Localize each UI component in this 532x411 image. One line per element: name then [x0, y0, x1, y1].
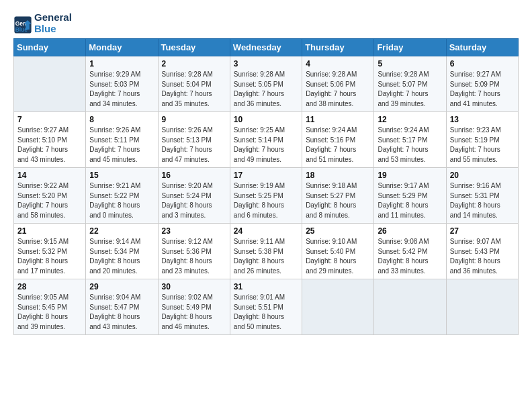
calendar-cell — [302, 279, 374, 335]
day-info: Sunrise: 9:20 AMSunset: 5:24 PMDaylight:… — [162, 181, 226, 220]
day-number: 26 — [378, 226, 442, 236]
week-row-3: 14Sunrise: 9:22 AMSunset: 5:20 PMDayligh… — [14, 168, 519, 224]
day-number: 22 — [89, 226, 154, 236]
day-info: Sunrise: 9:14 AMSunset: 5:34 PMDaylight:… — [89, 237, 154, 276]
day-number: 3 — [234, 59, 298, 68]
calendar-cell: 5Sunrise: 9:28 AMSunset: 5:07 PMDaylight… — [374, 56, 446, 112]
calendar-cell: 17Sunrise: 9:19 AMSunset: 5:25 PMDayligh… — [230, 168, 302, 224]
day-number: 18 — [306, 171, 370, 180]
day-number: 12 — [378, 115, 442, 124]
calendar-cell: 19Sunrise: 9:17 AMSunset: 5:29 PMDayligh… — [374, 168, 446, 224]
calendar-cell: 30Sunrise: 9:02 AMSunset: 5:49 PMDayligh… — [158, 279, 230, 335]
calendar-cell: 22Sunrise: 9:14 AMSunset: 5:34 PMDayligh… — [86, 224, 158, 279]
day-number: 14 — [17, 171, 82, 180]
day-number: 28 — [17, 282, 82, 291]
day-number: 5 — [378, 59, 442, 68]
calendar-cell: 11Sunrise: 9:24 AMSunset: 5:16 PMDayligh… — [302, 112, 374, 168]
day-info: Sunrise: 9:27 AMSunset: 5:10 PMDaylight:… — [17, 126, 82, 165]
calendar-table: SundayMondayTuesdayWednesdayThursdayFrid… — [13, 38, 519, 335]
day-number: 31 — [234, 282, 298, 291]
day-number: 2 — [162, 59, 226, 68]
header: Gen Blue General Blue — [13, 12, 519, 34]
day-number: 8 — [89, 115, 154, 124]
day-number: 9 — [162, 115, 226, 124]
calendar-cell: 23Sunrise: 9:12 AMSunset: 5:36 PMDayligh… — [158, 224, 230, 279]
day-info: Sunrise: 9:17 AMSunset: 5:29 PMDaylight:… — [378, 181, 442, 220]
calendar-cell: 14Sunrise: 9:22 AMSunset: 5:20 PMDayligh… — [14, 168, 86, 224]
calendar-cell: 7Sunrise: 9:27 AMSunset: 5:10 PMDaylight… — [14, 112, 86, 168]
day-number: 23 — [162, 226, 226, 236]
day-info: Sunrise: 9:24 AMSunset: 5:17 PMDaylight:… — [378, 126, 442, 165]
day-info: Sunrise: 9:05 AMSunset: 5:45 PMDaylight:… — [17, 293, 82, 332]
logo-line2: Blue — [34, 24, 72, 35]
day-info: Sunrise: 9:01 AMSunset: 5:51 PMDaylight:… — [234, 293, 298, 332]
week-row-2: 7Sunrise: 9:27 AMSunset: 5:10 PMDaylight… — [14, 112, 519, 168]
logo-icon: Gen Blue — [13, 15, 32, 34]
calendar-cell: 1Sunrise: 9:29 AMSunset: 5:03 PMDaylight… — [86, 56, 158, 112]
day-number: 4 — [306, 59, 370, 68]
calendar-cell: 28Sunrise: 9:05 AMSunset: 5:45 PMDayligh… — [14, 279, 86, 335]
calendar-cell — [14, 56, 86, 112]
logo: Gen Blue General Blue — [13, 12, 72, 34]
day-header-wednesday: Wednesday — [230, 39, 302, 56]
day-number: 27 — [450, 226, 515, 236]
day-number: 24 — [234, 226, 298, 236]
day-header-friday: Friday — [374, 39, 446, 56]
day-number: 10 — [234, 115, 298, 124]
calendar-cell: 26Sunrise: 9:08 AMSunset: 5:42 PMDayligh… — [374, 224, 446, 279]
calendar-cell: 25Sunrise: 9:10 AMSunset: 5:40 PMDayligh… — [302, 224, 374, 279]
day-info: Sunrise: 9:27 AMSunset: 5:09 PMDaylight:… — [450, 70, 515, 109]
week-row-4: 21Sunrise: 9:15 AMSunset: 5:32 PMDayligh… — [14, 224, 519, 279]
calendar-cell: 20Sunrise: 9:16 AMSunset: 5:31 PMDayligh… — [446, 168, 518, 224]
day-number: 7 — [17, 115, 82, 124]
day-number: 25 — [306, 226, 370, 236]
day-number: 11 — [306, 115, 370, 124]
day-info: Sunrise: 9:21 AMSunset: 5:22 PMDaylight:… — [89, 181, 154, 220]
calendar-cell: 31Sunrise: 9:01 AMSunset: 5:51 PMDayligh… — [230, 279, 302, 335]
day-info: Sunrise: 9:04 AMSunset: 5:47 PMDaylight:… — [89, 293, 154, 332]
day-info: Sunrise: 9:19 AMSunset: 5:25 PMDaylight:… — [234, 181, 298, 220]
calendar-cell: 8Sunrise: 9:26 AMSunset: 5:11 PMDaylight… — [86, 112, 158, 168]
calendar-cell: 2Sunrise: 9:28 AMSunset: 5:04 PMDaylight… — [158, 56, 230, 112]
calendar-cell — [446, 279, 518, 335]
day-info: Sunrise: 9:10 AMSunset: 5:40 PMDaylight:… — [306, 237, 370, 276]
day-number: 30 — [162, 282, 226, 291]
day-info: Sunrise: 9:22 AMSunset: 5:20 PMDaylight:… — [17, 181, 82, 220]
calendar-header-row: SundayMondayTuesdayWednesdayThursdayFrid… — [14, 39, 519, 56]
page: Gen Blue General Blue SundayMondayTuesda… — [0, 0, 532, 411]
calendar-cell: 21Sunrise: 9:15 AMSunset: 5:32 PMDayligh… — [14, 224, 86, 279]
day-header-thursday: Thursday — [302, 39, 374, 56]
day-info: Sunrise: 9:26 AMSunset: 5:11 PMDaylight:… — [89, 126, 154, 165]
day-info: Sunrise: 9:07 AMSunset: 5:43 PMDaylight:… — [450, 237, 515, 276]
day-number: 13 — [450, 115, 515, 124]
day-header-monday: Monday — [86, 39, 158, 56]
day-info: Sunrise: 9:15 AMSunset: 5:32 PMDaylight:… — [17, 237, 82, 276]
calendar-cell: 13Sunrise: 9:23 AMSunset: 5:19 PMDayligh… — [446, 112, 518, 168]
day-info: Sunrise: 9:29 AMSunset: 5:03 PMDaylight:… — [89, 70, 154, 109]
calendar-cell: 4Sunrise: 9:28 AMSunset: 5:06 PMDaylight… — [302, 56, 374, 112]
day-number: 17 — [234, 171, 298, 180]
day-info: Sunrise: 9:28 AMSunset: 5:06 PMDaylight:… — [306, 70, 370, 109]
day-info: Sunrise: 9:23 AMSunset: 5:19 PMDaylight:… — [450, 126, 515, 165]
day-number: 6 — [450, 59, 515, 68]
calendar-cell: 10Sunrise: 9:25 AMSunset: 5:14 PMDayligh… — [230, 112, 302, 168]
calendar-cell: 27Sunrise: 9:07 AMSunset: 5:43 PMDayligh… — [446, 224, 518, 279]
day-info: Sunrise: 9:18 AMSunset: 5:27 PMDaylight:… — [306, 181, 370, 220]
calendar-cell: 24Sunrise: 9:11 AMSunset: 5:38 PMDayligh… — [230, 224, 302, 279]
day-info: Sunrise: 9:16 AMSunset: 5:31 PMDaylight:… — [450, 181, 515, 220]
calendar-cell: 16Sunrise: 9:20 AMSunset: 5:24 PMDayligh… — [158, 168, 230, 224]
day-info: Sunrise: 9:08 AMSunset: 5:42 PMDaylight:… — [378, 237, 442, 276]
day-header-saturday: Saturday — [446, 39, 518, 56]
day-header-tuesday: Tuesday — [158, 39, 230, 56]
calendar-cell: 9Sunrise: 9:26 AMSunset: 5:13 PMDaylight… — [158, 112, 230, 168]
day-info: Sunrise: 9:28 AMSunset: 5:04 PMDaylight:… — [162, 70, 226, 109]
calendar-cell: 3Sunrise: 9:28 AMSunset: 5:05 PMDaylight… — [230, 56, 302, 112]
week-row-5: 28Sunrise: 9:05 AMSunset: 5:45 PMDayligh… — [14, 279, 519, 335]
day-info: Sunrise: 9:28 AMSunset: 5:05 PMDaylight:… — [234, 70, 298, 109]
calendar-cell: 15Sunrise: 9:21 AMSunset: 5:22 PMDayligh… — [86, 168, 158, 224]
day-number: 29 — [89, 282, 154, 291]
day-header-sunday: Sunday — [14, 39, 86, 56]
day-number: 15 — [89, 171, 154, 180]
day-info: Sunrise: 9:11 AMSunset: 5:38 PMDaylight:… — [234, 237, 298, 276]
day-number: 20 — [450, 171, 515, 180]
